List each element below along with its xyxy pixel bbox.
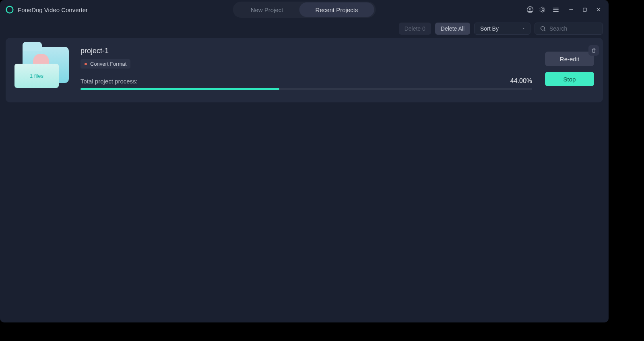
app-title: FoneDog Video Converter <box>18 6 88 13</box>
window-controls <box>567 5 603 14</box>
app-logo-icon <box>6 6 14 14</box>
sort-by-dropdown[interactable]: Sort By <box>474 23 530 35</box>
titlebar: FoneDog Video Converter New Project Rece… <box>0 0 609 19</box>
project-title: project-1 <box>80 47 532 55</box>
delete-project-button[interactable] <box>588 45 599 56</box>
delete-selected-button[interactable]: Delete 0 <box>399 23 431 35</box>
svg-point-11 <box>541 27 545 30</box>
project-actions: Re-edit Stop <box>542 47 594 91</box>
tab-new-project[interactable]: New Project <box>235 2 299 17</box>
search-box[interactable] <box>535 23 603 35</box>
svg-line-12 <box>544 30 545 31</box>
progress-bar-fill <box>80 88 279 90</box>
project-file-count: 1 files <box>14 64 59 88</box>
project-type-label: Convert Format <box>90 61 126 67</box>
tab-recent-projects[interactable]: Recent Projects <box>299 2 374 17</box>
hamburger-menu-icon[interactable] <box>551 5 560 14</box>
close-button[interactable] <box>594 5 603 14</box>
account-icon[interactable] <box>526 5 535 14</box>
svg-rect-8 <box>583 8 586 11</box>
progress-percent: 44.00% <box>510 77 532 85</box>
delete-all-button[interactable]: Delete All <box>435 23 470 35</box>
project-tab-switch: New Project Recent Projects <box>233 2 376 18</box>
progress-bar <box>80 88 532 90</box>
maximize-button[interactable] <box>580 5 589 14</box>
chevron-down-icon <box>521 25 526 32</box>
trash-icon <box>591 48 597 53</box>
project-card: 1 files project-1 Convert Format Total p… <box>6 38 603 102</box>
svg-point-2 <box>529 8 531 10</box>
project-type-tag: Convert Format <box>80 59 130 69</box>
projects-toolbar: Delete 0 Delete All Sort By <box>0 20 609 37</box>
sort-by-label: Sort By <box>480 25 499 32</box>
settings-icon[interactable] <box>539 5 547 14</box>
app-brand: FoneDog Video Converter <box>0 6 88 14</box>
project-thumbnail: 1 files <box>14 47 71 91</box>
titlebar-right-cluster <box>526 5 609 14</box>
progress-label: Total project process: <box>80 78 138 85</box>
svg-point-3 <box>542 9 544 11</box>
minimize-button[interactable] <box>567 5 576 14</box>
search-input[interactable] <box>549 25 598 32</box>
search-icon <box>540 25 546 32</box>
reedit-button[interactable]: Re-edit <box>545 52 594 66</box>
stop-button[interactable]: Stop <box>545 72 594 86</box>
status-dot-icon <box>85 63 87 65</box>
